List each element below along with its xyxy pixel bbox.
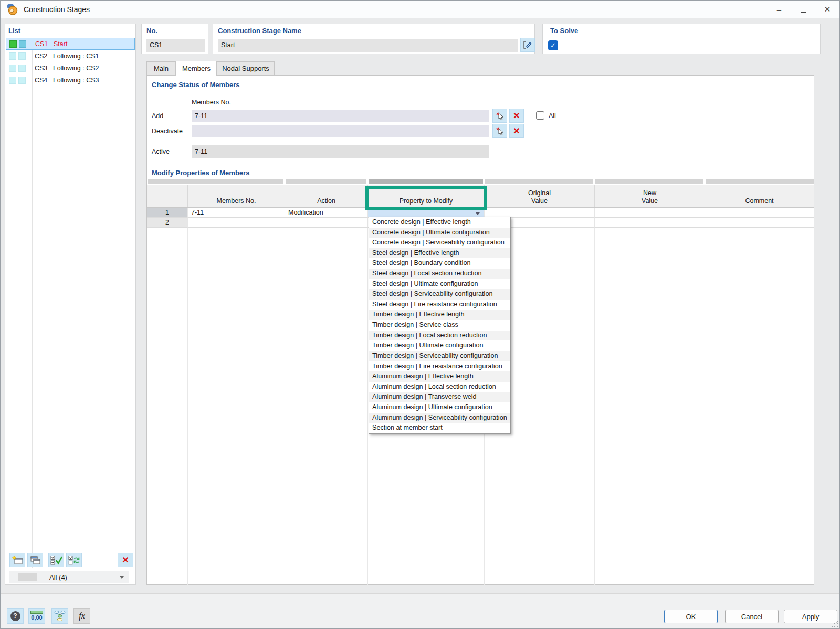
stage-name: Start xyxy=(54,40,67,48)
resize-grip[interactable] xyxy=(831,620,838,627)
list-item-cs3[interactable]: CS3 Following : CS2 xyxy=(6,62,135,74)
property-option[interactable]: Timber design | Fire resistance configur… xyxy=(369,361,510,372)
list-item-cs4[interactable]: CS4 Following : CS3 xyxy=(6,74,135,87)
units-settings-button[interactable]: 0,00 xyxy=(28,608,45,624)
maximize-button[interactable] xyxy=(791,1,815,18)
to-solve-panel: To Solve ✓ xyxy=(542,24,821,54)
stage-name: Following : CS2 xyxy=(53,65,99,72)
property-option[interactable]: Steel design | Boundary condition xyxy=(369,258,510,269)
add-select-in-model-button[interactable] xyxy=(492,109,507,123)
invert-checks-button[interactable] xyxy=(66,553,82,567)
ok-button[interactable]: OK xyxy=(664,610,718,623)
deactivate-members-input[interactable] xyxy=(192,125,489,137)
help-button[interactable]: ? xyxy=(7,608,24,624)
tab-members[interactable]: Members xyxy=(176,61,217,76)
row-2-action[interactable] xyxy=(285,218,368,228)
property-option[interactable]: Aluminum design | Transverse weld xyxy=(369,392,510,402)
copy-windows-icon xyxy=(29,555,41,566)
check-all-stages-button[interactable] xyxy=(48,553,64,567)
decimal-places-label: 0,00 xyxy=(31,614,42,621)
column-strip xyxy=(485,179,593,184)
formula-button[interactable]: fx xyxy=(74,608,90,624)
property-option[interactable]: Timber design | Effective length xyxy=(369,310,510,320)
onion-skin-button[interactable] xyxy=(51,608,68,624)
property-option[interactable]: Aluminum design | Serviceability configu… xyxy=(369,413,510,423)
list-item-cs2[interactable]: CS2 Following : CS1 xyxy=(6,50,135,62)
property-option[interactable]: Concrete design | Serviceability configu… xyxy=(369,238,510,248)
add-all-checkbox[interactable] xyxy=(536,111,544,120)
property-option[interactable]: Steel design | Ultimate configuration xyxy=(369,279,510,290)
property-option[interactable]: Timber design | Service class xyxy=(369,320,510,331)
row-1-comment[interactable] xyxy=(705,208,814,218)
tree-diagram-icon xyxy=(54,610,66,622)
table-grid-line xyxy=(368,228,368,585)
property-option[interactable]: Concrete design | Ultimate configuration xyxy=(369,228,510,238)
header-comment: Comment xyxy=(705,185,814,208)
delete-x-icon: ✕ xyxy=(513,127,520,135)
property-option[interactable]: Aluminum design | Local section reductio… xyxy=(369,382,510,392)
header-new-value: New Value xyxy=(594,185,705,208)
tab-main[interactable]: Main xyxy=(146,61,176,75)
edit-pencil-icon xyxy=(522,40,533,50)
cancel-button[interactable]: Cancel xyxy=(725,610,779,623)
list-item-cs1[interactable]: CS1 Start xyxy=(6,38,135,50)
new-stage-button[interactable] xyxy=(9,553,25,567)
stage-state-swatch-icon xyxy=(18,65,26,72)
construction-stages-dialog: Construction Stages – ✕ List CS1 Start C… xyxy=(0,0,840,629)
property-option[interactable]: Timber design | Local section reduction xyxy=(369,331,510,341)
minimize-button[interactable]: – xyxy=(767,1,791,18)
delete-stage-button[interactable]: ✕ xyxy=(118,553,133,567)
toggle-checks-icon xyxy=(68,555,80,566)
add-all-label: All xyxy=(549,112,556,120)
members-no-label: Members No. xyxy=(192,99,231,106)
property-option[interactable]: Aluminum design | Ultimate configuration xyxy=(369,402,510,413)
rename-stage-button[interactable] xyxy=(520,38,535,52)
no-label: No. xyxy=(146,27,158,35)
row-1-number[interactable]: 1 xyxy=(147,208,187,218)
row-2-comment[interactable] xyxy=(705,218,814,228)
header-action: Action xyxy=(285,185,368,208)
header-label: Property to Modify xyxy=(400,197,453,205)
property-option[interactable]: Steel design | Effective length xyxy=(369,248,510,259)
property-option[interactable]: Concrete design | Effective length xyxy=(369,217,510,228)
stage-name: Following : CS3 xyxy=(53,77,99,84)
deactivate-select-in-model-button[interactable] xyxy=(492,124,507,138)
table-grid-line xyxy=(187,228,188,585)
new-window-star-icon xyxy=(12,555,23,566)
property-option[interactable]: Timber design | Serviceability configura… xyxy=(369,351,510,361)
window-title: Construction Stages xyxy=(24,5,90,14)
row-1-members-no[interactable]: 7-11 xyxy=(187,208,285,218)
to-solve-label: To Solve xyxy=(550,27,578,35)
property-option[interactable]: Aluminum design | Effective length xyxy=(369,371,510,382)
apply-button[interactable]: Apply xyxy=(784,610,837,623)
property-option[interactable]: Steel design | Fire resistance configura… xyxy=(369,300,510,310)
delete-x-icon: ✕ xyxy=(122,556,129,564)
row-2-members-no[interactable] xyxy=(187,218,285,228)
column-strip xyxy=(286,179,366,184)
close-button[interactable]: ✕ xyxy=(815,1,839,18)
stage-name-input[interactable]: Start xyxy=(218,39,518,52)
tab-nodal-supports[interactable]: Nodal Supports xyxy=(217,61,275,75)
window-controls: – ✕ xyxy=(767,1,839,18)
row-2-number[interactable]: 2 xyxy=(147,218,187,228)
check-all-icon xyxy=(50,555,62,566)
property-option[interactable]: Section at member start xyxy=(369,423,510,433)
stage-id: CS2 xyxy=(35,52,47,60)
row-1-action[interactable]: Modification xyxy=(285,208,368,218)
property-option[interactable]: Steel design | Serviceability configurat… xyxy=(369,289,510,300)
header-label: Comment xyxy=(745,197,773,205)
row-1-new-value[interactable] xyxy=(594,208,705,218)
construction-stages-icon xyxy=(7,4,18,15)
check-icon: ✓ xyxy=(550,41,556,49)
add-members-input[interactable]: 7-11 xyxy=(192,110,489,122)
property-option[interactable]: Steel design | Local section reduction xyxy=(369,269,510,279)
copy-stage-button[interactable] xyxy=(27,553,43,567)
to-solve-checkbox[interactable]: ✓ xyxy=(548,40,558,50)
add-clear-button[interactable]: ✕ xyxy=(509,109,524,123)
row-2-new-value[interactable] xyxy=(594,218,705,228)
stage-filter-select[interactable]: All (4) xyxy=(9,571,129,583)
question-mark: ? xyxy=(13,612,17,620)
deactivate-clear-button[interactable]: ✕ xyxy=(509,124,524,138)
property-option[interactable]: Timber design | Ultimate configuration xyxy=(369,340,510,351)
table-grid-line xyxy=(705,228,705,585)
